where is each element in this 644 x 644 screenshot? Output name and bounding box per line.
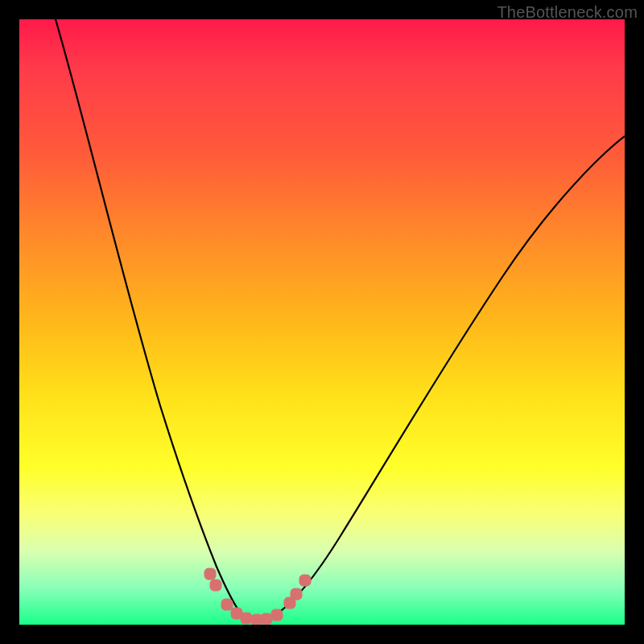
curve-right	[269, 136, 625, 618]
svg-rect-9	[291, 588, 302, 600]
svg-rect-1	[210, 580, 221, 591]
svg-rect-7	[271, 609, 283, 621]
curve-left	[56, 19, 243, 617]
chart-svg	[19, 19, 625, 625]
svg-rect-0	[204, 568, 216, 580]
svg-rect-2	[221, 599, 233, 610]
plot-area	[19, 19, 625, 625]
svg-rect-4	[241, 613, 252, 624]
svg-rect-10	[299, 575, 311, 586]
svg-rect-6	[261, 613, 272, 625]
